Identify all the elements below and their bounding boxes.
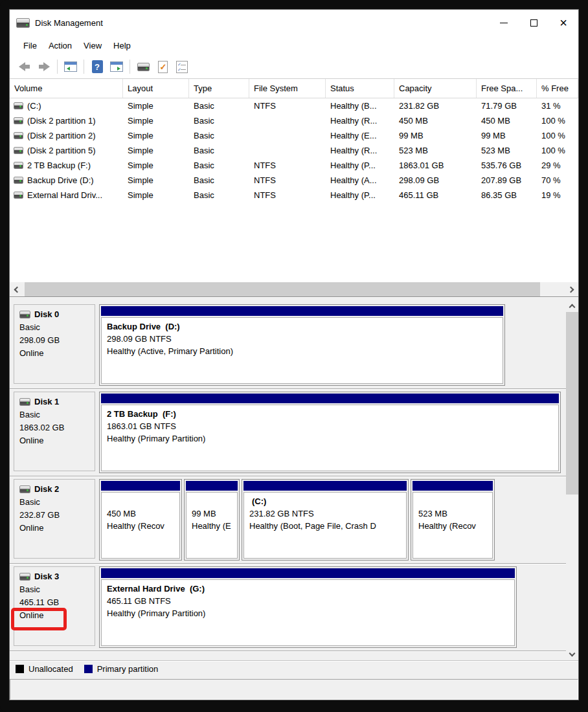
disk-status: Online [19,522,95,535]
column-header-volume[interactable]: Volume [10,79,123,98]
scroll-up-button[interactable] [566,300,578,312]
back-button[interactable] [15,58,34,76]
volume-icon [14,177,23,184]
check-document-button[interactable] [153,58,172,76]
partition-d[interactable]: Backup Drive (D:) 298.09 GB NTFS Healthy… [99,304,505,386]
disk-tool-button[interactable] [133,58,153,76]
column-header-pct-free[interactable]: % Free [537,79,578,98]
disk-1-info[interactable]: Disk 1 Basic 1863.02 GB Online [14,392,95,471]
volume-cell: (Disk 2 partition 2) [10,131,123,140]
partition-health: Healthy (Recov [418,520,487,532]
partition-efi[interactable]: 99 MB Healthy (E [184,479,240,561]
disk-name: Disk 3 [34,572,59,581]
volume-row-disk2-p2[interactable]: (Disk 2 partition 2) Simple Basic Health… [10,128,578,143]
partition-c[interactable]: (C:) 231.82 GB NTFS Healthy (Boot, Page … [242,479,409,561]
checklist-button[interactable] [172,58,192,76]
volume-cell: (Disk 2 partition 1) [10,116,123,126]
layout-cell: Simple [123,175,189,185]
disk-size: 232.87 GB [19,509,95,522]
volume-name: (Disk 2 partition 2) [27,131,95,140]
menu-help[interactable]: Help [107,38,137,53]
checklist-icon [176,61,188,73]
disk-kind: Basic [19,321,95,334]
menu-file[interactable]: File [17,38,43,53]
partition-health: Healthy (Primary Partition) [107,607,509,619]
status-cell: Healthy (P... [326,190,394,200]
close-button[interactable]: × [548,10,578,36]
capacity-cell: 523 MB [394,146,477,155]
forward-arrow-icon [38,62,50,71]
column-header-layout[interactable]: Layout [123,79,189,98]
partition-recovery-2[interactable]: 523 MB Healthy (Recov [411,479,495,561]
minimize-button[interactable] [489,10,519,36]
maximize-icon [530,19,537,27]
partition-name [418,495,487,507]
column-header-status[interactable]: Status [326,79,394,98]
disk-icon [19,398,30,406]
disk-0-info[interactable]: Disk 0 Basic 298.09 GB Online [14,304,95,384]
horizontal-scroll-track[interactable] [23,282,565,296]
volume-icon [14,162,23,169]
partition-size: 450 MB [107,507,174,520]
volume-icon [14,117,23,124]
column-header-type[interactable]: Type [189,79,249,98]
volume-list-body: (C:) Simple Basic NTFS Healthy (B... 231… [10,98,578,282]
pct-cell: 31 % [537,101,578,111]
horizontal-scrollbar[interactable] [10,282,578,296]
free-cell: 207.89 GB [477,175,537,185]
capacity-cell: 99 MB [394,131,477,140]
legend-bar: Unallocated Primary partition [10,660,578,677]
minimize-icon [500,23,508,23]
partition-recovery-1[interactable]: 450 MB Healthy (Recov [99,479,182,561]
volume-row-g[interactable]: External Hard Driv... Simple Basic NTFS … [10,188,578,203]
disk-size: 298.09 GB [19,334,95,347]
vertical-scrollbar[interactable] [566,300,578,660]
show-action-pane-button[interactable] [107,58,126,76]
capacity-cell: 298.09 GB [394,175,477,185]
show-console-tree-button[interactable] [61,58,80,76]
maximize-button[interactable] [519,10,548,36]
disk-3-info[interactable]: Disk 3 Basic 465.11 GB Online [14,566,95,646]
disk-1-partitions: 2 TB Backup (F:) 1863.01 GB NTFS Healthy… [99,392,561,473]
partition-details: External Hard Drive (G:) 465.11 GB NTFS … [101,579,515,646]
partition-size: 1863.01 GB NTFS [107,420,553,432]
primary-partition-color-bar [101,568,515,578]
column-header-file-system[interactable]: File System [249,79,326,98]
vertical-scroll-thumb[interactable] [566,312,578,495]
volume-row-d[interactable]: Backup Drive (D:) Simple Basic NTFS Heal… [10,173,578,188]
partition-health: Healthy (Primary Partition) [107,432,553,445]
scroll-right-button[interactable] [565,282,578,296]
disk-status: Online [19,434,95,447]
partition-g[interactable]: External Hard Drive (G:) 465.11 GB NTFS … [99,566,517,648]
volume-row-c[interactable]: (C:) Simple Basic NTFS Healthy (B... 231… [10,98,578,113]
layout-cell: Simple [123,116,189,126]
scroll-left-button[interactable] [10,282,23,296]
volume-row-disk2-p5[interactable]: (Disk 2 partition 5) Simple Basic Health… [10,143,578,158]
layout-cell: Simple [123,146,189,155]
layout-cell: Simple [123,190,189,200]
horizontal-scroll-thumb[interactable] [25,282,540,296]
volume-row-f[interactable]: 2 TB Backup (F:) Simple Basic NTFS Healt… [10,158,578,173]
disk-3-row: Disk 3 Basic 465.11 GB Online External H… [10,564,566,651]
disk-icon [19,485,30,493]
partition-f[interactable]: 2 TB Backup (F:) 1863.01 GB NTFS Healthy… [99,392,561,473]
pct-cell: 70 % [537,175,578,185]
column-header-free-space[interactable]: Free Spa... [477,79,537,98]
column-header-capacity[interactable]: Capacity [394,79,477,98]
desktop-background: Disk Management × File Action View Help [0,0,588,712]
scroll-down-button[interactable] [566,649,578,660]
pct-cell: 100 % [537,116,578,126]
volume-name: External Hard Driv... [27,190,102,200]
volume-name: Backup Drive (D:) [27,175,94,185]
partition-size: 298.09 GB NTFS [107,333,497,345]
partition-health: Healthy (E [192,520,232,532]
volume-name: (Disk 2 partition 5) [27,146,95,155]
volume-row-disk2-p1[interactable]: (Disk 2 partition 1) Simple Basic Health… [10,113,578,128]
fs-cell: NTFS [249,190,326,200]
help-button[interactable] [87,58,107,76]
disk-2-info[interactable]: Disk 2 Basic 232.87 GB Online [14,479,95,559]
help-icon [92,60,103,73]
forward-button[interactable] [34,58,54,76]
menu-action[interactable]: Action [43,38,78,53]
menu-view[interactable]: View [78,38,107,53]
